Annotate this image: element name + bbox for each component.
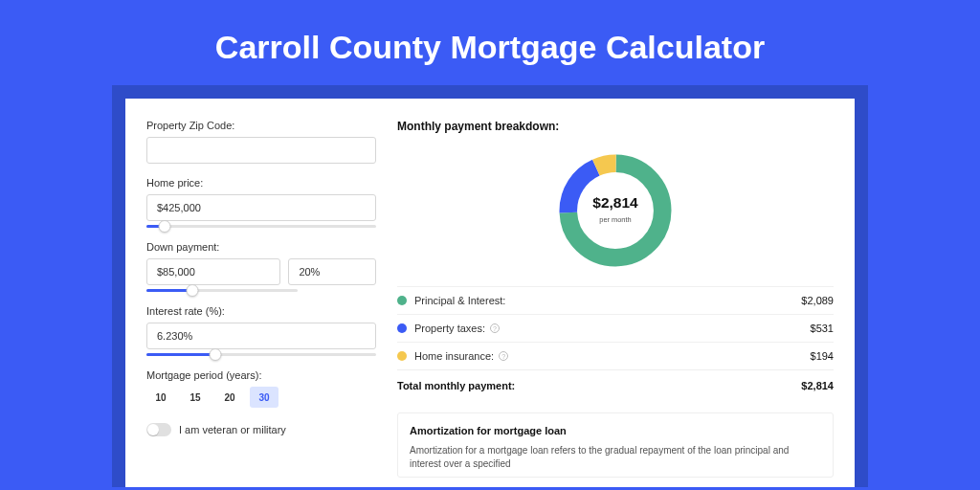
amortization-box: Amortization for mortgage loan Amortizat… — [397, 412, 834, 478]
down-payment-label: Down payment: — [146, 241, 376, 253]
amortization-text: Amortization for a mortgage loan refers … — [410, 444, 821, 471]
period-btn-10[interactable]: 10 — [146, 387, 175, 408]
home-price-input[interactable] — [146, 194, 376, 221]
home-price-field: Home price: — [146, 177, 376, 228]
zip-label: Property Zip Code: — [146, 120, 376, 131]
down-payment-input[interactable] — [146, 258, 280, 285]
amortization-heading: Amortization for mortgage loan — [410, 425, 821, 436]
breakdown-row-principal: Principal & Interest: $2,089 — [397, 286, 834, 314]
breakdown-amount: $531 — [811, 323, 834, 334]
breakdown-label: Property taxes: — [414, 323, 485, 334]
breakdown-label: Home insurance: — [414, 350, 494, 362]
period-btn-15[interactable]: 15 — [181, 387, 210, 408]
period-label: Mortgage period (years): — [146, 369, 376, 381]
total-row: Total monthly payment: $2,814 — [397, 369, 834, 405]
info-icon[interactable]: ? — [490, 323, 500, 333]
down-payment-field: Down payment: — [146, 241, 376, 292]
zip-input[interactable] — [146, 137, 376, 164]
donut-amount: $2,814 — [592, 194, 638, 211]
down-payment-slider[interactable] — [146, 289, 298, 292]
dot-icon — [397, 323, 407, 333]
dot-icon — [397, 351, 407, 361]
total-amount: $2,814 — [801, 380, 834, 391]
period-btn-20[interactable]: 20 — [215, 387, 244, 408]
slider-thumb[interactable] — [159, 220, 171, 233]
inner-panel: Property Zip Code: Home price: Down paym… — [112, 85, 868, 487]
breakdown-label: Principal & Interest: — [414, 295, 505, 306]
zip-field: Property Zip Code: — [146, 120, 376, 164]
down-payment-pct-input[interactable] — [288, 258, 376, 285]
slider-thumb[interactable] — [186, 284, 198, 297]
donut-chart: $2,814 per month — [397, 141, 834, 286]
form-column: Property Zip Code: Home price: Down paym… — [146, 120, 376, 478]
interest-label: Interest rate (%): — [146, 305, 376, 317]
info-icon[interactable]: ? — [499, 351, 508, 361]
breakdown-row-taxes: Property taxes: ? $531 — [397, 314, 834, 342]
home-price-slider[interactable] — [146, 225, 376, 228]
page-title: Carroll County Mortgage Calculator — [0, 0, 980, 85]
breakdown-heading: Monthly payment breakdown: — [397, 120, 834, 133]
home-price-label: Home price: — [146, 177, 376, 189]
veteran-toggle[interactable] — [146, 423, 171, 436]
interest-input[interactable] — [146, 323, 376, 349]
period-buttons: 10 15 20 30 — [146, 387, 376, 408]
breakdown-amount: $2,089 — [801, 295, 834, 306]
period-btn-30[interactable]: 30 — [250, 387, 278, 408]
interest-slider[interactable] — [146, 353, 376, 356]
breakdown-column: Monthly payment breakdown: $2,814 per mo… — [397, 120, 834, 478]
slider-thumb[interactable] — [210, 348, 222, 361]
donut-sub: per month — [599, 215, 631, 224]
breakdown-row-insurance: Home insurance: ? $194 — [397, 342, 834, 369]
donut-svg: $2,814 per month — [553, 148, 678, 273]
veteran-row: I am veteran or military — [146, 423, 376, 436]
interest-field: Interest rate (%): — [146, 305, 376, 356]
calculator-card: Property Zip Code: Home price: Down paym… — [125, 99, 855, 487]
dot-icon — [397, 296, 407, 305]
total-label: Total monthly payment: — [397, 380, 515, 391]
period-field: Mortgage period (years): 10 15 20 30 — [146, 369, 376, 408]
veteran-label: I am veteran or military — [179, 424, 286, 435]
breakdown-amount: $194 — [811, 350, 834, 362]
